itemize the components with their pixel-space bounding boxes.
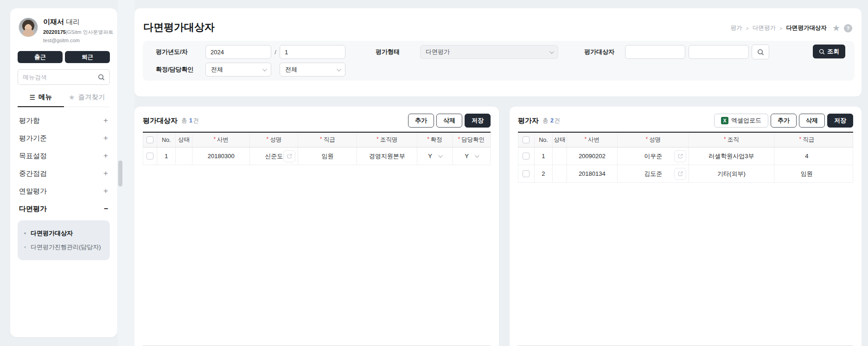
favorite-star-icon[interactable]: ★ [832, 24, 840, 32]
col-empid: 사번 [192, 133, 250, 147]
plus-icon[interactable]: + [103, 186, 108, 196]
row-checkbox[interactable] [523, 153, 530, 160]
open-popup-button[interactable] [674, 150, 686, 162]
sidebar-item-evalbox[interactable]: 평가함 + [18, 112, 110, 129]
row-checkbox[interactable] [147, 153, 153, 160]
sidebar-item-multirater[interactable]: 다면평가 − [18, 200, 110, 218]
tab-favorites[interactable]: ★ 즐겨찾기 [64, 93, 110, 107]
targets-panel: 평가대상자 총 1건 추가 삭제 저장 No. 상태 사번 성명 직급 조직명 … [134, 107, 499, 346]
breadcrumb-item[interactable]: 평가 [731, 24, 742, 32]
confirm-select[interactable]: 전체 [205, 63, 271, 77]
sidebar-item-goals[interactable]: 목표설정 + [18, 147, 110, 165]
target-search-button[interactable] [752, 45, 769, 59]
breadcrumb-item[interactable]: 다면평가 [753, 24, 776, 32]
help-icon[interactable]: ? [844, 24, 852, 32]
sidebar-scrollbar-thumb[interactable] [118, 160, 122, 186]
hamburger-icon: ☰ [29, 94, 35, 101]
total-count: 총 2건 [542, 117, 560, 125]
confirm-select[interactable]: Y [417, 153, 452, 160]
table-row[interactable]: 1 20090202 이우준 러셀학원사업3부 4 [518, 147, 853, 165]
col-no: No. [535, 133, 553, 147]
user-rank: 대리 [66, 18, 80, 26]
plus-icon[interactable]: + [103, 169, 108, 178]
sidebar-item-yearend[interactable]: 연말평가 + [18, 182, 110, 200]
clock-in-button[interactable]: 출근 [18, 51, 63, 63]
breadcrumb-separator: > [779, 26, 782, 31]
excel-upload-button[interactable]: X 엑셀업로드 [714, 114, 768, 128]
col-status: 상태 [553, 133, 567, 147]
open-popup-button[interactable] [674, 168, 686, 180]
search-icon [98, 74, 105, 81]
filter-label-type: 평가형태 [376, 48, 420, 56]
breadcrumb: 평가 > 다면평가 > 다면평가대상자 ★ ? [731, 24, 852, 32]
sidebar: 이재서 대리 20220175|GSitm 인사운영파트 test@gsitm.… [10, 8, 117, 337]
grid-header: No. 상태 사번 성명 조직 직급 [518, 133, 853, 147]
tab-menu[interactable]: ☰ 메뉴 [18, 93, 64, 107]
plus-icon[interactable]: + [103, 116, 108, 125]
submenu-item-targets[interactable]: 다면평가대상자 [18, 226, 110, 240]
clock-out-button[interactable]: 퇴근 [65, 51, 110, 63]
sidebar-submenu: 다면평가대상자 다면평가진행관리(담당자) [18, 220, 110, 260]
year-round-separator: / [271, 49, 280, 56]
breadcrumb-separator: > [746, 26, 749, 31]
table-row[interactable]: 2 20180134 김도준 기타(외부) 임원 [518, 165, 853, 183]
chevron-down-icon [438, 153, 443, 158]
save-button[interactable]: 저장 [465, 114, 491, 128]
sidebar-item-criteria[interactable]: 평가기준 + [18, 129, 110, 147]
query-button[interactable]: 조회 [813, 45, 845, 58]
filter-label-year: 평가년도/차 [156, 48, 205, 56]
minus-icon[interactable]: − [104, 205, 108, 213]
targets-grid: No. 상태 사번 성명 직급 조직명 확정 담당확인 1 20180300 신… [143, 132, 491, 346]
filter-label-target: 평가대상자 [584, 48, 625, 56]
plus-icon[interactable]: + [103, 134, 108, 143]
manager-confirm-select[interactable]: 전체 [280, 63, 345, 77]
table-row[interactable]: 1 20180300 신준도 임원 경영지원본부 Y [143, 147, 491, 165]
sidebar-tabs: ☰ 메뉴 ★ 즐겨찾기 [18, 93, 110, 107]
col-org: 조직 [689, 133, 774, 147]
breadcrumb-current: 다면평가대상자 [786, 24, 827, 32]
raters-panel: 평가자 총 2건 X 엑셀업로드 추가 삭제 저장 No. 상태 사번 성명 조… [510, 107, 862, 346]
select-all-checkbox[interactable] [147, 136, 153, 143]
target-name-input[interactable] [689, 45, 749, 59]
add-button[interactable]: 추가 [408, 114, 434, 128]
filter-label-confirm: 확정/담당확인 [156, 65, 205, 74]
filter-panel: 평가년도/차 / 평가형태 다면평가 평가대상자 조회 [143, 41, 855, 81]
chevron-down-icon [549, 49, 554, 54]
col-status: 상태 [176, 133, 192, 147]
open-popup-button[interactable] [283, 150, 295, 162]
delete-button[interactable]: 삭제 [436, 114, 462, 128]
col-manager-confirm: 담당확인 [453, 133, 490, 147]
page-title: 다면평가대상자 [143, 20, 215, 34]
manager-confirm-select[interactable]: Y [453, 153, 490, 160]
external-link-icon [677, 171, 683, 177]
submenu-item-progress[interactable]: 다면평가진행관리(담당자) [18, 240, 110, 254]
col-name: 성명 [250, 133, 298, 147]
grid-empty-area [143, 165, 491, 346]
bullet-icon [24, 232, 26, 234]
user-id-dept: 20220175|GSitm 인사운영파트 [43, 29, 113, 36]
round-input[interactable] [280, 45, 345, 59]
year-input[interactable] [205, 45, 271, 59]
search-icon [757, 49, 764, 56]
save-button[interactable]: 저장 [827, 114, 853, 128]
sidebar-item-midcheck[interactable]: 중간점검 + [18, 165, 110, 182]
menu-search-input[interactable] [23, 74, 98, 81]
total-count: 총 1건 [181, 117, 198, 125]
avatar [19, 18, 38, 37]
add-button[interactable]: 추가 [771, 114, 797, 128]
target-id-input[interactable] [625, 45, 685, 59]
panel-title: 평가대상자 [143, 116, 178, 125]
chevron-down-icon [475, 153, 479, 158]
col-confirm: 확정 [417, 133, 453, 147]
plus-icon[interactable]: + [103, 151, 108, 160]
eval-type-select: 다면평가 [420, 45, 558, 59]
raters-grid: No. 상태 사번 성명 조직 직급 1 20090202 이우준 러셀학원사업 [518, 132, 853, 346]
row-checkbox[interactable] [523, 170, 530, 177]
grid-empty-area [518, 183, 853, 346]
chevron-down-icon [337, 67, 341, 71]
select-all-checkbox[interactable] [523, 136, 530, 143]
col-grade: 직급 [298, 133, 357, 147]
col-grade: 직급 [774, 133, 840, 147]
delete-button[interactable]: 삭제 [799, 114, 825, 128]
menu-search[interactable] [18, 69, 110, 85]
